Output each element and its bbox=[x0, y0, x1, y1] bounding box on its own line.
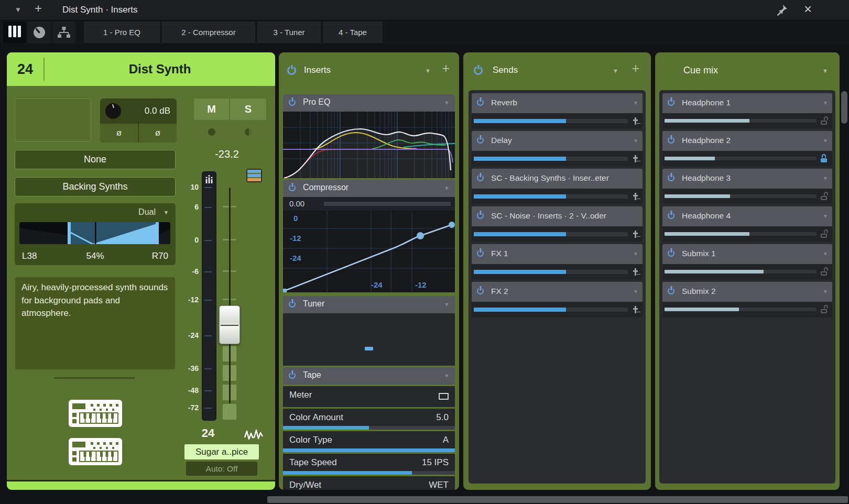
insert-slot-tape[interactable]: Tape ▼ bbox=[283, 367, 455, 385]
gain-value[interactable]: 0.0 dB bbox=[145, 106, 170, 116]
fader-value[interactable]: -23.2 bbox=[201, 148, 253, 160]
window-dropdown-icon[interactable]: ▼ bbox=[15, 6, 21, 14]
power-icon[interactable] bbox=[668, 174, 674, 181]
gain-knob[interactable] bbox=[105, 103, 121, 119]
record-arm-button[interactable] bbox=[194, 121, 229, 143]
send-header[interactable]: FX 2 ▼ bbox=[472, 282, 643, 302]
sends-dropdown-icon[interactable]: ▼ bbox=[613, 68, 618, 74]
input-select-button[interactable]: None bbox=[15, 150, 176, 169]
fader-handle[interactable] bbox=[219, 305, 240, 344]
cue-header[interactable]: Headphone 4 ▼ bbox=[662, 206, 832, 226]
pan-right-value[interactable]: R70 bbox=[152, 251, 168, 261]
dropdown-icon[interactable]: ▼ bbox=[633, 138, 638, 144]
send-header[interactable]: SC - Noise · Inserts · 2 - V..oder bbox=[472, 206, 643, 226]
power-icon[interactable] bbox=[668, 99, 674, 106]
phase-left-button[interactable]: ø bbox=[100, 124, 138, 143]
pan-display[interactable] bbox=[19, 222, 170, 244]
param-row-meter[interactable]: Meter bbox=[283, 386, 455, 407]
dropdown-icon[interactable]: ▼ bbox=[633, 251, 638, 257]
channel-header[interactable]: 24 Dist Synth bbox=[7, 52, 275, 86]
send-level-track[interactable] bbox=[474, 194, 628, 199]
cue-level-track[interactable] bbox=[665, 194, 817, 198]
channel-view-button[interactable] bbox=[3, 21, 26, 43]
lock-icon[interactable] bbox=[820, 305, 828, 313]
dropdown-icon[interactable]: ▼ bbox=[823, 213, 828, 219]
cue-level-track[interactable] bbox=[665, 232, 817, 236]
power-icon[interactable] bbox=[477, 212, 484, 219]
lock-icon[interactable] bbox=[820, 192, 828, 200]
automation-mode-button[interactable]: Auto: Off bbox=[186, 462, 257, 476]
insert-slot-pro-eq[interactable]: Pro EQ ▼ bbox=[283, 94, 455, 112]
tab-pro-eq[interactable]: 1 - Pro EQ bbox=[84, 21, 160, 43]
meter-options-icon[interactable] bbox=[205, 174, 213, 184]
eq-curve-display[interactable] bbox=[283, 112, 455, 178]
dropdown-icon[interactable]: ▼ bbox=[444, 372, 450, 379]
send-level-track[interactable] bbox=[474, 270, 628, 274]
dropdown-icon[interactable]: ▼ bbox=[633, 100, 638, 106]
lock-icon[interactable] bbox=[820, 154, 828, 162]
vertical-scrollbar[interactable] bbox=[841, 91, 847, 124]
dropdown-icon[interactable]: ▼ bbox=[444, 301, 450, 308]
param-row-color-type[interactable]: Color Type A bbox=[283, 431, 455, 452]
solo-button[interactable]: S bbox=[230, 98, 266, 120]
prefader-icon[interactable] bbox=[633, 193, 639, 201]
send-level-track[interactable] bbox=[474, 119, 628, 123]
power-icon[interactable] bbox=[289, 184, 296, 191]
dropdown-icon[interactable]: ▼ bbox=[823, 138, 828, 144]
send-header[interactable]: FX 1 ▼ bbox=[472, 244, 643, 264]
param-row-dry-wet[interactable]: Dry/Wet WET bbox=[283, 476, 455, 490]
power-icon[interactable] bbox=[477, 174, 484, 181]
cue-header[interactable]: Submix 1 ▼ bbox=[662, 244, 832, 264]
lock-icon[interactable] bbox=[820, 267, 828, 276]
add-send-icon[interactable]: + bbox=[632, 62, 639, 75]
lock-icon[interactable] bbox=[820, 229, 828, 238]
cue-header[interactable]: Headphone 3 ▼ bbox=[662, 169, 832, 189]
fader-track[interactable] bbox=[229, 188, 231, 403]
horizontal-scrollbar[interactable] bbox=[267, 496, 848, 503]
param-row-tape-speed[interactable]: Tape Speed 15 IPS bbox=[283, 454, 455, 475]
keyboard-instrument-icon[interactable] bbox=[69, 438, 122, 465]
inserts-dropdown-icon[interactable]: ▼ bbox=[425, 68, 431, 74]
mute-button[interactable]: M bbox=[194, 98, 229, 120]
channel-name[interactable]: Dist Synth bbox=[45, 52, 275, 86]
dropdown-icon[interactable]: ▼ bbox=[444, 100, 450, 106]
knob-view-button[interactable] bbox=[28, 21, 51, 43]
tab-tape[interactable]: 4 - Tape bbox=[323, 21, 383, 43]
send-level-track[interactable] bbox=[474, 157, 628, 161]
input-display[interactable] bbox=[15, 98, 91, 141]
param-row-color-amount[interactable]: Color Amount 5.0 bbox=[283, 409, 455, 430]
dropdown-icon[interactable]: ▼ bbox=[823, 251, 828, 257]
close-icon[interactable]: × bbox=[804, 1, 812, 17]
power-icon[interactable] bbox=[289, 99, 296, 106]
dropdown-icon[interactable]: ▼ bbox=[444, 185, 450, 191]
pan-mode-label[interactable]: Dual bbox=[138, 207, 156, 217]
compressor-curve-display[interactable]: 0 -12 -24 -24 -12 bbox=[283, 211, 455, 292]
send-header[interactable]: SC - Backing Synths · Inser..eter bbox=[472, 169, 643, 189]
power-icon[interactable] bbox=[477, 137, 484, 144]
insert-slot-compressor[interactable]: Compressor ▼ bbox=[283, 180, 455, 197]
send-header[interactable]: Delay ▼ bbox=[472, 131, 643, 151]
prefader-icon[interactable] bbox=[633, 268, 639, 276]
power-icon[interactable] bbox=[477, 288, 484, 294]
power-icon[interactable] bbox=[668, 137, 674, 144]
prefader-icon[interactable] bbox=[633, 231, 639, 238]
cue-level-track[interactable] bbox=[665, 157, 817, 160]
add-insert-icon[interactable]: + bbox=[442, 62, 450, 75]
monitor-button[interactable] bbox=[230, 121, 266, 143]
dropdown-icon[interactable]: ▼ bbox=[823, 176, 828, 181]
add-tab-icon[interactable]: + bbox=[35, 1, 42, 16]
dropdown-icon[interactable]: ▼ bbox=[823, 100, 828, 106]
insert-slot-tuner[interactable]: Tuner ▼ bbox=[283, 296, 455, 313]
waveform-icon[interactable] bbox=[244, 428, 264, 442]
inserts-power-icon[interactable] bbox=[287, 66, 296, 75]
cue-header[interactable]: Submix 2 ▼ bbox=[662, 282, 832, 302]
cue-mix-dropdown-icon[interactable]: ▼ bbox=[822, 68, 828, 74]
cue-level-track[interactable] bbox=[665, 119, 817, 123]
power-icon[interactable] bbox=[668, 288, 674, 294]
power-icon[interactable] bbox=[668, 250, 674, 257]
channel-color-strip[interactable] bbox=[7, 480, 275, 490]
prefader-icon[interactable] bbox=[633, 117, 639, 125]
power-icon[interactable] bbox=[289, 372, 296, 379]
send-header[interactable]: Reverb ▼ bbox=[472, 93, 643, 113]
channel-notes[interactable]: Airy, heavily-processed synth sounds for… bbox=[15, 277, 176, 370]
